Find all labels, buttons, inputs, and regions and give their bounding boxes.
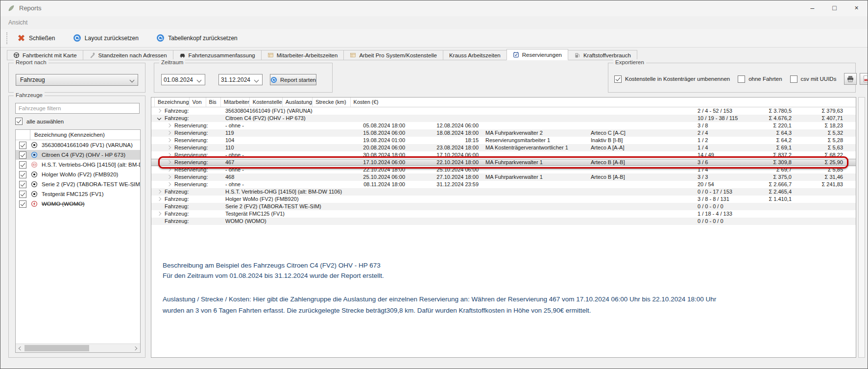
tab[interactable]: Mitarbeiter-Arbeitszeiten <box>261 50 344 60</box>
table-row[interactable]: Reservierung: 468 25.10.2024 06:00 27.10… <box>151 173 856 181</box>
expander-icon[interactable] <box>157 109 161 113</box>
toolbar-button[interactable]: Schließen <box>12 32 60 44</box>
checkbox[interactable] <box>19 161 26 169</box>
tab[interactable]: Fahrtenzusammenfassung <box>173 50 262 60</box>
export-checkbox[interactable]: Kostenstelle in Kostenträger umbenennen <box>614 75 730 83</box>
table-row[interactable]: Reservierung: 119 15.08.2024 06:00 18.08… <box>151 129 856 137</box>
expander-icon[interactable] <box>167 160 171 164</box>
table-row[interactable]: Reservierung: - ohne - 30.08.2024 18:00 … <box>151 151 856 159</box>
column-header[interactable]: Strecke (km) <box>313 98 350 107</box>
vehicle-list-item[interactable]: H.S.T. Vertriebs-OHG [14150] (alt: BM-DW… <box>16 160 140 170</box>
column-header[interactable]: Auslastung <box>283 98 313 107</box>
expander-icon[interactable] <box>167 153 171 157</box>
expander-icon[interactable] <box>167 146 171 149</box>
scroll-right-arrow[interactable] <box>132 344 140 352</box>
column-header[interactable]: Bezeichnung <box>155 98 190 107</box>
scroll-left-arrow[interactable] <box>16 344 24 352</box>
radio-icon <box>31 181 38 188</box>
toolbar-button[interactable]: Layout zurücksetzen <box>68 32 144 44</box>
tab[interactable]: Fahrtbericht mit Karte <box>7 50 83 60</box>
checkbox[interactable] <box>19 171 26 178</box>
date-to-select[interactable]: 31.12.2024 <box>218 74 263 85</box>
column-header[interactable]: Mitarbeiter <box>221 98 250 107</box>
checkbox[interactable] <box>738 75 745 83</box>
maximize-button[interactable]: □ <box>823 0 845 15</box>
cell-kosten <box>796 210 857 218</box>
table-row[interactable]: Reservierung: - ohne - 22.10.2024 18:00 … <box>151 166 856 173</box>
select-all-checkbox[interactable]: alle auswählen <box>15 118 64 125</box>
tab-label: Fahrtenzusammenfassung <box>189 52 255 58</box>
expander-icon[interactable] <box>157 212 161 216</box>
checkbox[interactable] <box>19 142 26 149</box>
table-row[interactable]: Reservierung: 110 20.08.2024 06:00 23.08… <box>151 144 856 151</box>
cell-mitarbeiter <box>482 196 588 203</box>
table-row[interactable]: Fahrzeug: Serie 2 (FV2) (TABORA-TEST WE-… <box>151 203 856 210</box>
checkbox[interactable] <box>19 151 26 159</box>
cell-bezeichnung: H.S.T. Vertriebs-OHG [14150] (alt: BM-DW… <box>222 188 354 196</box>
expander-icon[interactable] <box>167 175 171 179</box>
toolbar-button[interactable]: Tabellenkopf zurücksetzen <box>151 32 242 44</box>
table-row[interactable]: Fahrzeug: Testgerät FMC125 (FV1) 1 / 18 … <box>151 210 856 218</box>
tab[interactable]: Krauss Arbeitszeiten <box>443 50 507 60</box>
vehicle-list-item[interactable]: 356308041661049 (FV1) (VARUNA) <box>16 140 140 150</box>
vehicle-list-item[interactable]: Testgerät FMC125 (FV1) <box>16 189 140 199</box>
app-icon <box>7 4 15 12</box>
table-row[interactable]: Reservierung: - ohne - 08.11.2024 18:00 … <box>151 181 856 188</box>
expander-icon[interactable] <box>167 123 171 127</box>
expander-icon[interactable] <box>157 190 161 194</box>
table-row[interactable]: Fahrzeug: H.S.T. Vertriebs-OHG [14150] (… <box>151 188 856 196</box>
column-header[interactable]: Kostenstelle <box>250 98 283 107</box>
column-header[interactable]: Kosten (€) <box>351 98 392 107</box>
cell-bis: 18.08.2024 18:00 <box>409 129 482 137</box>
tab[interactable]: Kraftstoffverbrauch <box>568 50 637 60</box>
column-header[interactable]: Von <box>190 98 206 107</box>
tab[interactable]: Arbeit Pro System/Kostenstelle <box>343 50 443 60</box>
checkbox[interactable] <box>19 200 26 208</box>
column-header[interactable] <box>151 98 155 107</box>
report-type-select[interactable]: Fahrzeug <box>16 74 138 86</box>
expander-icon[interactable] <box>167 138 171 142</box>
cell-von: 30.08.2024 18:00 <box>354 151 409 159</box>
scrollbar-thumb[interactable] <box>24 345 89 351</box>
tab[interactable]: Reservierungen <box>506 49 568 60</box>
table-row[interactable]: Reservierung: - ohne - 05.08.2024 18:00 … <box>151 122 856 129</box>
checkbox[interactable] <box>790 75 797 83</box>
vehicle-list-item[interactable]: Holger WoMo (FV2) (FMB920) <box>16 170 140 179</box>
vehicle-list-item[interactable]: WOMO (WOMO) <box>16 199 140 209</box>
table-row[interactable]: Fahrzeug: Holger WoMo (FV2) (FMB920) 3 /… <box>151 196 856 203</box>
column-header[interactable]: Bis <box>206 98 221 107</box>
vehicle-list-item[interactable]: Serie 2 (FV2) (TABORA-TEST WE-SIM) <box>16 179 140 189</box>
checkbox[interactable] <box>19 181 26 188</box>
cell-auslastung: 3 / 8 - 8 / 131 <box>695 196 746 203</box>
expander-icon[interactable] <box>157 197 161 201</box>
export-checkbox[interactable]: ohne Fahrten <box>738 75 782 83</box>
table-row[interactable]: Reservierung: 467 17.10.2024 06:00 22.10… <box>151 159 856 166</box>
table-header: Bezeichnung Von Bis Mitarbeiter Kostenst… <box>151 98 856 107</box>
expander-icon[interactable] <box>157 116 161 120</box>
vertical-scrollbar[interactable] <box>858 97 865 358</box>
toolbar-grip[interactable] <box>6 32 9 44</box>
expander-icon[interactable] <box>167 182 171 186</box>
close-button[interactable]: × <box>845 0 868 15</box>
expander-icon[interactable] <box>167 131 171 135</box>
table-row[interactable]: Fahrzeug: WOMO (WOMO) 0 / 0 - 0 / 0 <box>151 218 856 225</box>
menu-ansicht[interactable]: Ansicht <box>4 16 31 29</box>
vehicle-filter-input[interactable] <box>15 103 140 114</box>
checkbox[interactable] <box>19 191 26 198</box>
vehicle-list-item[interactable]: Citroen C4 (FV2) (OHV - HP 673) <box>16 150 140 160</box>
cell-kosten: Σ 18,23 <box>796 122 857 129</box>
tab[interactable]: Standzeiten nach Adressen <box>83 50 173 60</box>
date-from-select[interactable]: 01.08.2024 <box>161 74 205 85</box>
report-start-button[interactable]: Report starten <box>270 74 316 85</box>
table-row[interactable]: Fahrzeug: 356308041661049 (FV1) (VARUNA)… <box>151 107 856 115</box>
export-button[interactable] <box>860 73 868 85</box>
table-row[interactable]: Reservierung: 104 19.08.2024 01:00 18:15… <box>151 137 856 144</box>
minimize-button[interactable]: – <box>801 0 823 15</box>
checkbox[interactable] <box>15 118 23 125</box>
export-button[interactable] <box>844 73 857 85</box>
checkbox[interactable] <box>614 75 622 83</box>
export-checkbox[interactable]: csv mit UUIDs <box>790 75 837 83</box>
horizontal-scrollbar[interactable] <box>16 344 140 352</box>
expander-icon[interactable] <box>167 168 171 172</box>
table-row[interactable]: Fahrzeug: Citroen C4 (FV2) (OHV - HP 673… <box>151 115 856 122</box>
